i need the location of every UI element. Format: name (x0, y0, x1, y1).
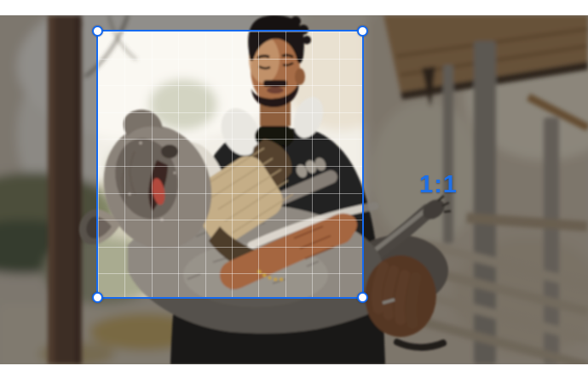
tree-trunk (48, 15, 82, 364)
crop-selection-box[interactable] (96, 30, 364, 299)
crop-handle-bottom-left[interactable] (92, 292, 103, 303)
crop-handle-top-right[interactable] (357, 26, 368, 37)
crop-editor-screen: 1:1 (0, 0, 588, 383)
crop-grid-overlay (98, 31, 362, 297)
crop-handle-bottom-right[interactable] (357, 292, 368, 303)
crop-handle-top-left[interactable] (92, 26, 103, 37)
